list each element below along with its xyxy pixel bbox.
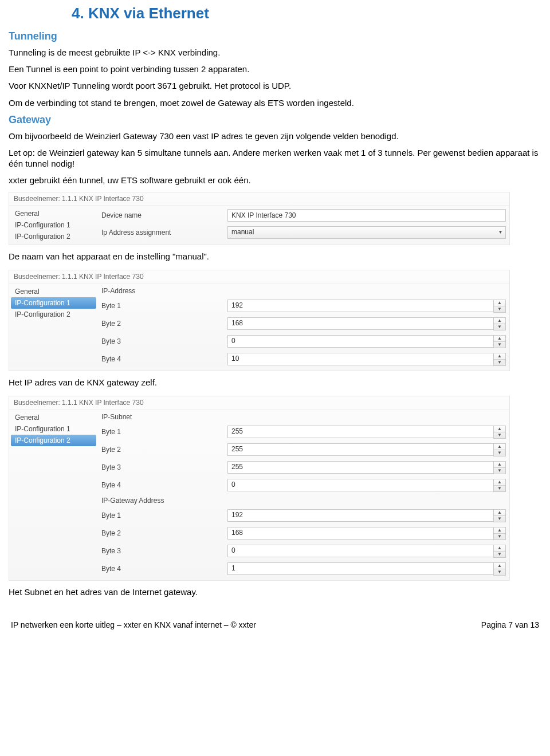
sidebar-item-ipc2[interactable]: IP-Configuration 2 bbox=[11, 435, 96, 446]
footer-left: IP netwerken een korte uitleg – xxter en… bbox=[11, 620, 256, 629]
caption: Het IP adres van de KNX gateway zelf. bbox=[9, 377, 541, 388]
panel-title: Busdeelnemer: 1.1.1 KNX IP Interface 730 bbox=[9, 270, 509, 284]
label-ip-gateway-address: IP-Gateway Address bbox=[101, 497, 227, 505]
caption: Het Subnet en het adres van de Internet … bbox=[9, 586, 541, 597]
spinner-ip-byte2[interactable]: 168▲▼ bbox=[227, 317, 506, 330]
label-gw-byte4: Byte 4 bbox=[101, 565, 227, 573]
panel-sidebar: General IP-Configuration 1 IP-Configurat… bbox=[9, 410, 98, 580]
sidebar-item-ipc1[interactable]: IP-Configuration 1 bbox=[9, 423, 98, 435]
heading-1: 4. KNX via Ethernet bbox=[72, 5, 541, 22]
spinner-up-icon[interactable]: ▲ bbox=[494, 479, 505, 486]
sidebar-item-ipc1[interactable]: IP-Configuration 1 bbox=[9, 219, 98, 231]
label-sn-byte1: Byte 1 bbox=[101, 428, 227, 436]
label-byte4: Byte 4 bbox=[101, 355, 227, 363]
spinner-ip-byte3[interactable]: 0▲▼ bbox=[227, 335, 506, 348]
spinner-sn-byte4[interactable]: 0▲▼ bbox=[227, 479, 506, 492]
panel-title: Busdeelnemer: 1.1.1 KNX IP Interface 730 bbox=[9, 192, 509, 206]
panel-title: Busdeelnemer: 1.1.1 KNX IP Interface 730 bbox=[9, 396, 509, 410]
spinner-gw-byte3[interactable]: 0▲▼ bbox=[227, 545, 506, 558]
spinner-up-icon[interactable]: ▲ bbox=[494, 563, 505, 569]
label-ip-subnet: IP-Subnet bbox=[101, 413, 227, 421]
sidebar-item-general[interactable]: General bbox=[9, 208, 98, 219]
label-sn-byte4: Byte 4 bbox=[101, 481, 227, 489]
label-sn-byte2: Byte 2 bbox=[101, 446, 227, 454]
label-sn-byte3: Byte 3 bbox=[101, 463, 227, 471]
spinner-sn-byte3[interactable]: 255▲▼ bbox=[227, 461, 506, 474]
label-gw-byte3: Byte 3 bbox=[101, 547, 227, 555]
paragraph: Tunneling is de meest gebruikte IP <-> K… bbox=[9, 47, 541, 58]
dropdown-ip-assign[interactable]: manual bbox=[227, 226, 506, 239]
spinner-up-icon[interactable]: ▲ bbox=[494, 426, 505, 432]
spinner-up-icon[interactable]: ▲ bbox=[494, 545, 505, 552]
spinner-down-icon[interactable]: ▼ bbox=[494, 486, 505, 491]
heading-gateway: Gateway bbox=[9, 114, 541, 126]
spinner-down-icon[interactable]: ▼ bbox=[494, 360, 505, 365]
spinner-sn-byte1[interactable]: 255▲▼ bbox=[227, 426, 506, 439]
ets-panel-ipc1: Busdeelnemer: 1.1.1 KNX IP Interface 730… bbox=[9, 270, 510, 371]
label-byte1: Byte 1 bbox=[101, 302, 227, 310]
spinner-up-icon[interactable]: ▲ bbox=[494, 353, 505, 360]
label-gw-byte2: Byte 2 bbox=[101, 529, 227, 537]
input-device-name[interactable] bbox=[227, 209, 506, 222]
spinner-up-icon[interactable]: ▲ bbox=[494, 336, 505, 342]
spinner-gw-byte1[interactable]: 192▲▼ bbox=[227, 509, 506, 522]
page-footer: IP netwerken een korte uitleg – xxter en… bbox=[9, 620, 541, 629]
paragraph: Voor KNXNet/IP Tunneling wordt poort 367… bbox=[9, 80, 541, 91]
spinner-gw-byte2[interactable]: 168▲▼ bbox=[227, 527, 506, 540]
spinner-up-icon[interactable]: ▲ bbox=[494, 462, 505, 468]
spinner-up-icon[interactable]: ▲ bbox=[494, 300, 505, 306]
label-byte2: Byte 2 bbox=[101, 320, 227, 328]
spinner-down-icon[interactable]: ▼ bbox=[494, 516, 505, 522]
sidebar-item-general[interactable]: General bbox=[9, 412, 98, 423]
label-ip-address: IP-Address bbox=[101, 287, 227, 295]
spinner-up-icon[interactable]: ▲ bbox=[494, 510, 505, 516]
paragraph: Om bijvoorbeeld de Weinzierl Gateway 730… bbox=[9, 131, 541, 141]
footer-right: Pagina 7 van 13 bbox=[481, 620, 539, 629]
ets-panel-ipc2: Busdeelnemer: 1.1.1 KNX IP Interface 730… bbox=[9, 396, 510, 581]
paragraph: Een Tunnel is een point to point verbind… bbox=[9, 64, 541, 74]
spinner-up-icon[interactable]: ▲ bbox=[494, 318, 505, 324]
caption: De naam van het apparaat en de instellin… bbox=[9, 251, 541, 262]
spinner-down-icon[interactable]: ▼ bbox=[494, 534, 505, 540]
paragraph: xxter gebruikt één tunnel, uw ETS softwa… bbox=[9, 175, 541, 186]
label-gw-byte1: Byte 1 bbox=[101, 511, 227, 519]
spinner-down-icon[interactable]: ▼ bbox=[494, 468, 505, 474]
spinner-sn-byte2[interactable]: 255▲▼ bbox=[227, 443, 506, 456]
label-ip-assign: Ip Address assignment bbox=[101, 229, 227, 237]
spinner-gw-byte4[interactable]: 1▲▼ bbox=[227, 562, 506, 576]
spinner-up-icon[interactable]: ▲ bbox=[494, 444, 505, 450]
spinner-down-icon[interactable]: ▼ bbox=[494, 342, 505, 348]
spinner-down-icon[interactable]: ▼ bbox=[494, 324, 505, 330]
spinner-down-icon[interactable]: ▼ bbox=[494, 432, 505, 438]
sidebar-item-general[interactable]: General bbox=[9, 286, 98, 297]
paragraph: Om de verbinding tot stand te brengen, m… bbox=[9, 97, 541, 108]
spinner-ip-byte4[interactable]: 10▲▼ bbox=[227, 353, 506, 366]
paragraph: Let op: de Weinzierl gateway kan 5 simul… bbox=[9, 147, 541, 169]
spinner-down-icon[interactable]: ▼ bbox=[494, 552, 505, 557]
label-device-name: Device name bbox=[101, 211, 227, 219]
spinner-ip-byte1[interactable]: 192▲▼ bbox=[227, 300, 506, 313]
panel-sidebar: General IP-Configuration 1 IP-Configurat… bbox=[9, 284, 98, 371]
label-byte3: Byte 3 bbox=[101, 337, 227, 345]
ets-panel-general: Busdeelnemer: 1.1.1 KNX IP Interface 730… bbox=[9, 192, 510, 245]
spinner-down-icon[interactable]: ▼ bbox=[494, 306, 505, 312]
sidebar-item-ipc2[interactable]: IP-Configuration 2 bbox=[9, 309, 98, 320]
sidebar-item-ipc2[interactable]: IP-Configuration 2 bbox=[9, 231, 98, 242]
spinner-up-icon[interactable]: ▲ bbox=[494, 527, 505, 534]
sidebar-item-ipc1[interactable]: IP-Configuration 1 bbox=[11, 297, 96, 309]
panel-sidebar: General IP-Configuration 1 IP-Configurat… bbox=[9, 206, 98, 245]
spinner-down-icon[interactable]: ▼ bbox=[494, 450, 505, 456]
spinner-down-icon[interactable]: ▼ bbox=[494, 569, 505, 575]
heading-tunneling: Tunneling bbox=[9, 30, 541, 42]
